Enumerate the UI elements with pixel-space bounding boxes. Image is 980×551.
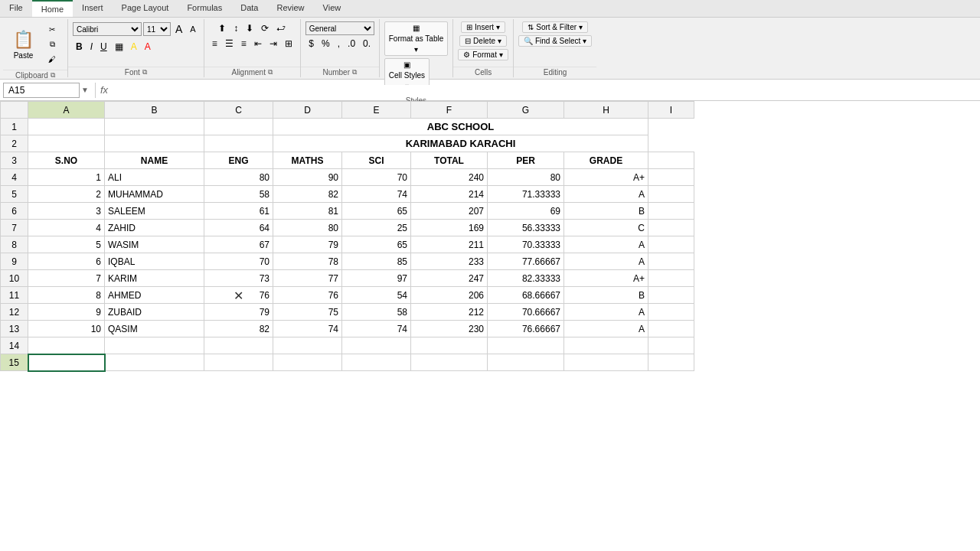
table-cell[interactable]: B <box>564 287 648 304</box>
decrease-font-btn[interactable]: A <box>187 23 198 36</box>
table-cell[interactable] <box>648 354 694 371</box>
number-expand-icon[interactable]: ⧉ <box>352 68 357 77</box>
table-cell[interactable]: QASIM <box>105 321 204 337</box>
table-cell[interactable] <box>648 152 694 169</box>
table-cell[interactable]: 70 <box>204 253 273 270</box>
col-header-F[interactable]: F <box>411 102 488 119</box>
row-header-7[interactable]: 7 <box>1 220 28 236</box>
col-header-C[interactable]: C <box>204 102 273 119</box>
table-cell[interactable]: 80 <box>204 169 273 186</box>
table-cell[interactable]: 75 <box>273 304 342 321</box>
table-cell[interactable]: ABC SCHOOL <box>273 119 648 135</box>
table-cell[interactable]: NAME <box>105 152 204 169</box>
table-cell[interactable]: KARIMABAD KARACHI <box>273 135 648 152</box>
name-box[interactable] <box>3 83 80 98</box>
table-cell[interactable]: 9 <box>28 304 105 321</box>
tab-data[interactable]: Data <box>231 0 267 17</box>
table-cell[interactable]: A <box>564 253 648 270</box>
table-cell[interactable]: 2 <box>28 186 105 203</box>
table-cell[interactable] <box>105 119 204 135</box>
table-cell[interactable] <box>488 354 564 371</box>
align-right-btn[interactable]: ≡ <box>238 37 250 51</box>
table-cell[interactable]: GRADE <box>564 152 648 169</box>
format-as-table-button[interactable]: ▦ Format as Table ▾ <box>384 21 449 56</box>
table-cell[interactable]: 3 <box>28 203 105 220</box>
table-cell[interactable]: 67 <box>204 236 273 253</box>
cut-button[interactable]: ✂ <box>41 23 63 36</box>
table-cell[interactable]: 77.66667 <box>488 253 564 270</box>
table-cell[interactable] <box>411 337 488 354</box>
table-cell[interactable]: 73 <box>204 270 273 287</box>
table-cell[interactable]: 1 <box>28 169 105 186</box>
table-cell[interactable]: 65 <box>342 236 411 253</box>
top-align-btn[interactable]: ⬆ <box>215 21 229 35</box>
table-cell[interactable]: 77 <box>273 270 342 287</box>
table-cell[interactable]: 56.33333 <box>488 220 564 236</box>
table-cell[interactable]: ALI <box>105 169 204 186</box>
table-cell[interactable]: 58 <box>342 304 411 321</box>
tab-formulas[interactable]: Formulas <box>178 0 231 17</box>
bottom-align-btn[interactable]: ⬇ <box>243 21 256 35</box>
table-cell[interactable]: 74 <box>342 321 411 337</box>
table-cell[interactable] <box>488 337 564 354</box>
table-cell[interactable]: 79 <box>204 304 273 321</box>
underline-button[interactable]: U <box>97 40 110 54</box>
increase-indent-btn[interactable]: ⇥ <box>266 37 280 51</box>
table-cell[interactable] <box>564 337 648 354</box>
row-header-9[interactable]: 9 <box>1 253 28 270</box>
row-header-14[interactable]: 14 <box>1 337 28 354</box>
merge-cells-btn[interactable]: ⊞ <box>282 37 296 51</box>
table-cell[interactable]: MATHS <box>273 152 342 169</box>
col-header-A[interactable]: A <box>28 102 105 119</box>
table-cell[interactable] <box>28 354 105 371</box>
table-cell[interactable]: 80 <box>488 169 564 186</box>
table-cell[interactable]: 81 <box>273 203 342 220</box>
table-cell[interactable]: 71.33333 <box>488 186 564 203</box>
table-cell[interactable] <box>273 354 342 371</box>
table-cell[interactable]: 247 <box>411 270 488 287</box>
table-cell[interactable]: 79 <box>273 236 342 253</box>
table-cell[interactable]: 61 <box>204 203 273 220</box>
col-header-I[interactable]: I <box>648 102 694 119</box>
bold-button[interactable]: B <box>73 40 86 54</box>
row-header-2[interactable]: 2 <box>1 135 28 152</box>
row-header-10[interactable]: 10 <box>1 270 28 287</box>
table-cell[interactable]: 74 <box>273 321 342 337</box>
table-cell[interactable] <box>648 220 694 236</box>
delete-button[interactable]: ⊟ Delete ▾ <box>459 35 507 47</box>
table-cell[interactable]: WASIM <box>105 236 204 253</box>
table-cell[interactable]: AHMED <box>105 287 204 304</box>
table-cell[interactable]: 207 <box>411 203 488 220</box>
table-cell[interactable]: KARIM <box>105 270 204 287</box>
table-cell[interactable] <box>204 354 273 371</box>
table-cell[interactable]: 97 <box>342 270 411 287</box>
table-cell[interactable]: SALEEM <box>105 203 204 220</box>
table-cell[interactable] <box>648 287 694 304</box>
row-header-15[interactable]: 15 <box>1 354 28 371</box>
increase-font-btn[interactable]: A <box>172 21 185 37</box>
table-cell[interactable]: 5 <box>28 236 105 253</box>
table-cell[interactable] <box>648 186 694 203</box>
table-cell[interactable]: 211 <box>411 236 488 253</box>
table-cell[interactable] <box>411 354 488 371</box>
table-cell[interactable]: 82.33333 <box>488 270 564 287</box>
table-cell[interactable]: 69 <box>488 203 564 220</box>
table-cell[interactable] <box>204 119 273 135</box>
table-cell[interactable] <box>28 135 105 152</box>
table-cell[interactable]: 78 <box>273 253 342 270</box>
table-cell[interactable]: SCI <box>342 152 411 169</box>
table-cell[interactable]: TOTAL <box>411 152 488 169</box>
formula-input[interactable] <box>111 85 977 96</box>
table-cell[interactable]: 76.66667 <box>488 321 564 337</box>
copy-button[interactable]: ⧉ <box>41 37 63 51</box>
table-cell[interactable]: C <box>564 220 648 236</box>
percent-btn[interactable]: % <box>318 37 333 51</box>
table-cell[interactable]: 64 <box>204 220 273 236</box>
table-cell[interactable]: B <box>564 203 648 220</box>
name-box-dropdown[interactable]: ▼ <box>81 86 89 94</box>
col-header-D[interactable]: D <box>273 102 342 119</box>
number-format-select[interactable]: General <box>305 21 374 35</box>
clipboard-expand-icon[interactable]: ⧉ <box>51 71 55 80</box>
row-header-8[interactable]: 8 <box>1 236 28 253</box>
font-size-select[interactable]: 11 <box>143 22 171 36</box>
